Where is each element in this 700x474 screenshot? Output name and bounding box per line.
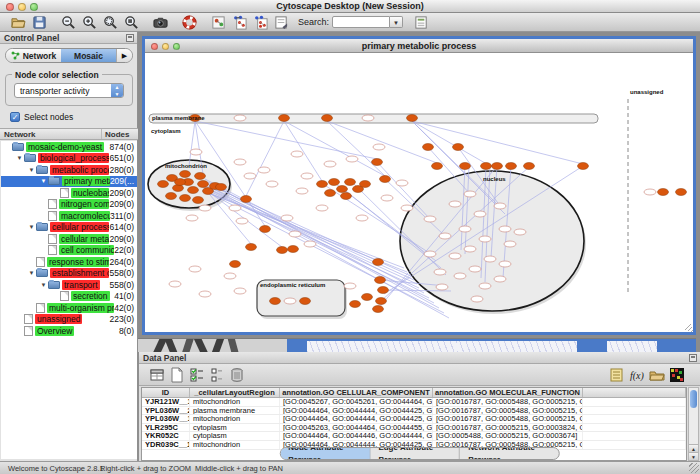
scroll-down-button[interactable]: ▼ [689,452,698,460]
background-window-thumbnail[interactable] [307,339,457,352]
network-node[interactable] [180,195,191,202]
tree-row[interactable]: ▼establishment of lo558(0) [1,268,137,280]
zoom-in-icon[interactable] [81,15,98,30]
zoom-button[interactable] [30,3,38,11]
network-node-outline[interactable] [356,215,368,221]
network-node-outline[interactable] [439,233,451,239]
network-node-outline[interactable] [344,283,356,289]
network-node[interactable] [325,190,336,197]
network-node-outline[interactable] [169,281,181,287]
help-ring-icon[interactable] [181,15,198,30]
network-node[interactable] [188,187,199,194]
expand-arrow-icon[interactable]: ▼ [39,178,48,184]
tree-row[interactable]: nitrogen compo209(0) [1,199,137,211]
network-node-outline[interactable] [464,191,476,197]
network-node-outline[interactable] [229,205,241,211]
network-edge[interactable] [189,121,195,166]
network-node-outline[interactable] [454,273,466,279]
tree-column-nodes[interactable]: Nodes [102,129,138,139]
column-header-id[interactable]: ID [142,388,190,397]
canvas-resize-grip[interactable] [685,324,693,332]
network-node-outline[interactable] [449,253,461,259]
attribute-table-scrollbar[interactable]: ▲ ▼ [688,387,699,461]
select-attributes-icon[interactable] [189,367,205,383]
tree-row[interactable]: secretion41(0) [1,291,137,303]
network-node[interactable] [460,163,471,170]
network-node-outline[interactable] [469,266,481,272]
network-node-outline[interactable] [304,241,316,247]
network-node[interactable] [360,181,371,188]
network-node[interactable] [193,197,204,204]
zoom-out-icon[interactable] [60,15,77,30]
network-node[interactable] [166,193,177,200]
background-window-thumbnail[interactable] [457,339,577,352]
tab-node-attribute-browser[interactable]: Node Attribute Browser [280,447,370,460]
network-node[interactable] [158,181,169,188]
tree-column-network[interactable]: Network [0,129,102,139]
network-node[interactable] [423,144,434,151]
network-node[interactable] [453,144,464,151]
network-edge[interactable] [206,192,404,268]
network-node-outline[interactable] [234,288,246,294]
network-node[interactable] [337,186,348,193]
network-node-outline[interactable] [316,205,328,211]
node-color-dropdown[interactable]: transporter activity ▲▼ [14,83,124,98]
expand-arrow-icon[interactable]: ▼ [27,224,36,230]
zoom-fit-icon[interactable] [102,15,119,30]
network-node[interactable] [288,246,299,253]
tab-edge-attribute-browser[interactable]: Edge Attribute Browser [370,447,460,460]
scroll-up-button[interactable]: ▲ [689,444,698,452]
network-node-outline[interactable] [479,283,491,289]
tree-row[interactable]: response to stimulu264(0) [1,256,137,268]
tree-row[interactable]: ▼metabolic process280(0) [1,164,137,176]
tree-row[interactable]: ▼transport558(0) [1,279,137,291]
network-node-outline[interactable] [189,266,201,272]
tree-row[interactable]: nucleobase-209(0) [1,187,137,199]
network-node[interactable] [578,163,589,170]
attribute-table-icon[interactable] [149,367,165,383]
network-window-titlebar[interactable]: primary metabolic process [145,39,693,53]
column-header-region[interactable]: _cellularLayoutRegion [190,388,280,397]
tree-row[interactable]: multi-organism pro42(0) [1,302,137,314]
tab-network-attribute-browser[interactable]: Network Attribute Browser [460,447,559,460]
network-node-outline[interactable] [424,216,436,222]
attribute-table-row[interactable]: YPL036W__2plasma membrane[GO:0044464, GO… [142,407,686,416]
network-node-outline[interactable] [514,229,526,235]
network-node[interactable] [375,277,386,284]
network-node[interactable] [524,163,535,170]
network-node-outline[interactable] [234,115,246,121]
network-node[interactable] [300,298,311,305]
tab-overflow-arrow[interactable]: ▶ [116,49,132,62]
background-window-thumbnail[interactable] [607,339,657,352]
network-node[interactable] [180,171,191,178]
network-node-outline[interactable] [296,188,308,194]
new-network-from-selection-all-edges-icon[interactable] [231,15,248,30]
expand-arrow-icon[interactable]: ▼ [27,167,36,173]
network-node-outline[interactable] [644,189,656,195]
network-node-outline[interactable] [449,201,461,207]
annotation-icon[interactable] [273,15,290,30]
network-node[interactable] [260,226,271,233]
network-node[interactable] [246,244,257,251]
tree-row[interactable]: macromolecule311(0) [1,210,137,222]
network-window-zoom-button[interactable] [173,43,180,50]
network-node[interactable] [372,159,383,166]
network-node[interactable] [676,189,687,196]
network-node-outline[interactable] [281,215,293,221]
tree-row[interactable]: unassigned223(0) [1,314,137,326]
minimize-button[interactable] [18,3,26,11]
enhanced-search-icon[interactable] [413,15,430,30]
network-node-outline[interactable] [190,149,202,155]
network-node-outline[interactable] [199,205,211,211]
network-node[interactable] [658,189,669,196]
network-node[interactable] [376,298,387,305]
network-canvas[interactable]: plasma membranecytoplasmmitochondrionnuc… [145,54,693,332]
network-node-outline[interactable] [459,226,471,232]
network-node-outline[interactable] [499,261,511,267]
network-node-outline[interactable] [244,173,256,179]
scrollbar-thumb[interactable] [690,390,697,408]
open-session-icon[interactable] [10,15,27,30]
tree-row[interactable]: Overview8(0) [1,325,137,337]
attribute-table-row[interactable]: YKR052Ccytoplasm[GO:0044464, GO:0044446,… [142,432,686,441]
network-node[interactable] [380,176,391,183]
